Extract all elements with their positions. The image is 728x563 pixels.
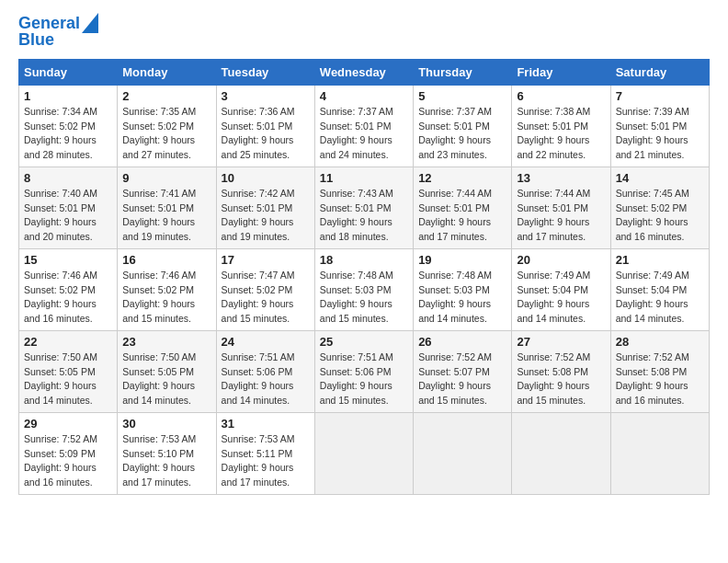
day-info: Sunrise: 7:52 AMSunset: 5:07 PMDaylight:… xyxy=(418,350,506,408)
day-number: 6 xyxy=(517,89,605,103)
calendar-day-cell: 30Sunrise: 7:53 AMSunset: 5:10 PMDayligh… xyxy=(118,412,216,494)
calendar-week-row: 1Sunrise: 7:34 AMSunset: 5:02 PMDaylight… xyxy=(19,85,710,167)
calendar-body: 1Sunrise: 7:34 AMSunset: 5:02 PMDaylight… xyxy=(19,85,710,494)
weekday-header: Wednesday xyxy=(314,59,413,85)
day-info: Sunrise: 7:46 AMSunset: 5:02 PMDaylight:… xyxy=(24,269,112,327)
day-info: Sunrise: 7:47 AMSunset: 5:02 PMDaylight:… xyxy=(222,269,310,327)
day-info: Sunrise: 7:35 AMSunset: 5:02 PMDaylight:… xyxy=(122,105,210,163)
day-number: 8 xyxy=(24,171,112,185)
day-number: 21 xyxy=(616,253,704,267)
day-number: 14 xyxy=(616,171,704,185)
weekday-header: Saturday xyxy=(610,59,709,85)
calendar-day-cell xyxy=(314,412,413,494)
day-number: 25 xyxy=(320,335,408,349)
calendar-week-row: 22Sunrise: 7:50 AMSunset: 5:05 PMDayligh… xyxy=(19,330,710,412)
day-number: 30 xyxy=(122,417,210,431)
day-info: Sunrise: 7:43 AMSunset: 5:01 PMDaylight:… xyxy=(320,187,408,245)
day-number: 5 xyxy=(418,89,506,103)
day-number: 17 xyxy=(222,253,310,267)
day-info: Sunrise: 7:41 AMSunset: 5:01 PMDaylight:… xyxy=(122,187,210,245)
weekday-header: Tuesday xyxy=(216,59,314,85)
calendar-day-cell xyxy=(414,412,512,494)
logo-subtext: Blue xyxy=(18,31,54,50)
day-info: Sunrise: 7:40 AMSunset: 5:01 PMDaylight:… xyxy=(24,187,112,245)
day-number: 19 xyxy=(418,253,506,267)
calendar-week-row: 15Sunrise: 7:46 AMSunset: 5:02 PMDayligh… xyxy=(19,248,710,330)
day-info: Sunrise: 7:52 AMSunset: 5:09 PMDaylight:… xyxy=(24,432,112,490)
weekday-header: Sunday xyxy=(19,59,118,85)
calendar-day-cell: 28Sunrise: 7:52 AMSunset: 5:08 PMDayligh… xyxy=(610,330,709,412)
day-info: Sunrise: 7:48 AMSunset: 5:03 PMDaylight:… xyxy=(418,269,506,327)
day-info: Sunrise: 7:50 AMSunset: 5:05 PMDaylight:… xyxy=(24,350,112,408)
calendar-day-cell: 27Sunrise: 7:52 AMSunset: 5:08 PMDayligh… xyxy=(512,330,610,412)
day-info: Sunrise: 7:51 AMSunset: 5:06 PMDaylight:… xyxy=(222,350,310,408)
logo: General Blue xyxy=(18,15,98,50)
calendar-day-cell xyxy=(512,412,610,494)
weekday-header-row: SundayMondayTuesdayWednesdayThursdayFrid… xyxy=(19,59,710,85)
day-info: Sunrise: 7:44 AMSunset: 5:01 PMDaylight:… xyxy=(517,187,605,245)
day-info: Sunrise: 7:48 AMSunset: 5:03 PMDaylight:… xyxy=(320,269,408,327)
day-number: 31 xyxy=(222,417,310,431)
calendar-day-cell: 22Sunrise: 7:50 AMSunset: 5:05 PMDayligh… xyxy=(19,330,118,412)
calendar-day-cell: 9Sunrise: 7:41 AMSunset: 5:01 PMDaylight… xyxy=(118,167,216,248)
weekday-header: Thursday xyxy=(414,59,512,85)
day-number: 27 xyxy=(517,335,605,349)
calendar-day-cell: 3Sunrise: 7:36 AMSunset: 5:01 PMDaylight… xyxy=(216,85,314,167)
calendar-day-cell: 20Sunrise: 7:49 AMSunset: 5:04 PMDayligh… xyxy=(512,248,610,330)
calendar-day-cell: 10Sunrise: 7:42 AMSunset: 5:01 PMDayligh… xyxy=(216,167,314,248)
calendar-day-cell: 16Sunrise: 7:46 AMSunset: 5:02 PMDayligh… xyxy=(118,248,216,330)
calendar-day-cell: 1Sunrise: 7:34 AMSunset: 5:02 PMDaylight… xyxy=(19,85,118,167)
day-info: Sunrise: 7:53 AMSunset: 5:11 PMDaylight:… xyxy=(222,432,310,490)
calendar-table: SundayMondayTuesdayWednesdayThursdayFrid… xyxy=(18,59,710,495)
header: General Blue xyxy=(18,15,710,50)
day-info: Sunrise: 7:52 AMSunset: 5:08 PMDaylight:… xyxy=(517,350,605,408)
day-number: 22 xyxy=(24,335,112,349)
day-number: 9 xyxy=(122,171,210,185)
day-number: 13 xyxy=(517,171,605,185)
calendar-day-cell: 8Sunrise: 7:40 AMSunset: 5:01 PMDaylight… xyxy=(19,167,118,248)
day-info: Sunrise: 7:49 AMSunset: 5:04 PMDaylight:… xyxy=(517,269,605,327)
calendar-week-row: 29Sunrise: 7:52 AMSunset: 5:09 PMDayligh… xyxy=(19,412,710,494)
day-number: 24 xyxy=(222,335,310,349)
day-number: 4 xyxy=(320,89,408,103)
calendar-day-cell: 15Sunrise: 7:46 AMSunset: 5:02 PMDayligh… xyxy=(19,248,118,330)
svg-marker-0 xyxy=(82,13,98,33)
calendar-day-cell: 18Sunrise: 7:48 AMSunset: 5:03 PMDayligh… xyxy=(314,248,413,330)
day-number: 2 xyxy=(122,89,210,103)
logo-icon xyxy=(82,13,98,33)
page-container: General Blue SundayMondayTuesdayWednesda… xyxy=(0,0,728,504)
day-info: Sunrise: 7:52 AMSunset: 5:08 PMDaylight:… xyxy=(616,350,704,408)
day-number: 15 xyxy=(24,253,112,267)
day-info: Sunrise: 7:45 AMSunset: 5:02 PMDaylight:… xyxy=(616,187,704,245)
day-info: Sunrise: 7:36 AMSunset: 5:01 PMDaylight:… xyxy=(222,105,310,163)
day-info: Sunrise: 7:53 AMSunset: 5:10 PMDaylight:… xyxy=(122,432,210,490)
day-number: 10 xyxy=(222,171,310,185)
calendar-day-cell: 11Sunrise: 7:43 AMSunset: 5:01 PMDayligh… xyxy=(314,167,413,248)
day-number: 12 xyxy=(418,171,506,185)
calendar-day-cell: 23Sunrise: 7:50 AMSunset: 5:05 PMDayligh… xyxy=(118,330,216,412)
calendar-day-cell: 2Sunrise: 7:35 AMSunset: 5:02 PMDaylight… xyxy=(118,85,216,167)
day-info: Sunrise: 7:51 AMSunset: 5:06 PMDaylight:… xyxy=(320,350,408,408)
day-info: Sunrise: 7:37 AMSunset: 5:01 PMDaylight:… xyxy=(418,105,506,163)
calendar-day-cell: 4Sunrise: 7:37 AMSunset: 5:01 PMDaylight… xyxy=(314,85,413,167)
calendar-day-cell: 21Sunrise: 7:49 AMSunset: 5:04 PMDayligh… xyxy=(610,248,709,330)
day-number: 7 xyxy=(616,89,704,103)
calendar-day-cell: 19Sunrise: 7:48 AMSunset: 5:03 PMDayligh… xyxy=(414,248,512,330)
day-info: Sunrise: 7:50 AMSunset: 5:05 PMDaylight:… xyxy=(122,350,210,408)
day-number: 3 xyxy=(222,89,310,103)
day-number: 28 xyxy=(616,335,704,349)
day-info: Sunrise: 7:39 AMSunset: 5:01 PMDaylight:… xyxy=(616,105,704,163)
day-number: 16 xyxy=(122,253,210,267)
calendar-day-cell: 26Sunrise: 7:52 AMSunset: 5:07 PMDayligh… xyxy=(414,330,512,412)
day-number: 29 xyxy=(24,417,112,431)
day-info: Sunrise: 7:38 AMSunset: 5:01 PMDaylight:… xyxy=(517,105,605,163)
calendar-week-row: 8Sunrise: 7:40 AMSunset: 5:01 PMDaylight… xyxy=(19,167,710,248)
day-number: 20 xyxy=(517,253,605,267)
day-info: Sunrise: 7:49 AMSunset: 5:04 PMDaylight:… xyxy=(616,269,704,327)
weekday-header: Friday xyxy=(512,59,610,85)
calendar-day-cell: 5Sunrise: 7:37 AMSunset: 5:01 PMDaylight… xyxy=(414,85,512,167)
day-info: Sunrise: 7:37 AMSunset: 5:01 PMDaylight:… xyxy=(320,105,408,163)
day-info: Sunrise: 7:44 AMSunset: 5:01 PMDaylight:… xyxy=(418,187,506,245)
day-info: Sunrise: 7:46 AMSunset: 5:02 PMDaylight:… xyxy=(122,269,210,327)
calendar-day-cell: 6Sunrise: 7:38 AMSunset: 5:01 PMDaylight… xyxy=(512,85,610,167)
